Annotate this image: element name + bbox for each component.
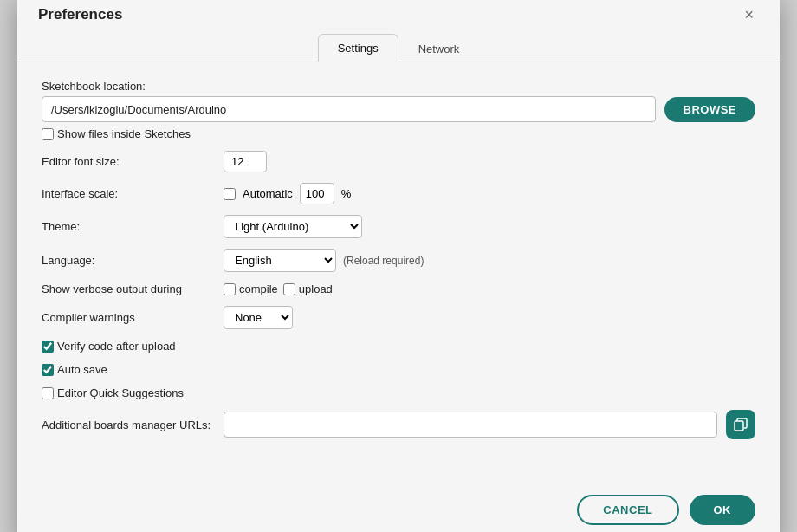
dialog-footer: CANCEL OK: [17, 479, 780, 532]
show-files-label[interactable]: Show files inside Sketches: [42, 127, 191, 140]
verbose-label: Show verbose output during: [42, 282, 224, 295]
show-files-row: Show files inside Sketches: [42, 127, 755, 140]
upload-checkbox[interactable]: [283, 283, 295, 295]
cancel-button[interactable]: CANCEL: [577, 495, 678, 525]
additional-urls-label: Additional boards manager URLs:: [42, 418, 224, 431]
editor-suggestions-checkbox[interactable]: [42, 387, 54, 399]
automatic-label: Automatic: [243, 187, 293, 200]
tabs-container: Settings Network: [17, 33, 780, 62]
verbose-controls: compile upload: [224, 282, 333, 295]
autosave-checkbox[interactable]: [42, 364, 54, 376]
browse-button[interactable]: BROWSE: [664, 97, 756, 122]
sketchbook-row: BROWSE: [42, 96, 755, 122]
settings-content: Sketchbook location: BROWSE Show files i…: [17, 62, 780, 453]
font-size-label: Editor font size:: [42, 155, 224, 168]
scale-unit: %: [341, 187, 352, 200]
additional-urls-row: Additional boards manager URLs:: [42, 410, 755, 439]
tab-network[interactable]: Network: [398, 34, 480, 62]
interface-scale-label: Interface scale:: [42, 187, 224, 200]
interface-scale-controls: Automatic %: [224, 183, 351, 204]
verify-label[interactable]: Verify code after upload: [42, 340, 176, 353]
verify-row: Verify code after upload: [42, 340, 755, 353]
theme-row: Theme: Light (Arduino) Dark (Arduino) Sy…: [42, 215, 755, 238]
theme-label: Theme:: [42, 220, 224, 233]
language-row: Language: English Deutsch Español França…: [42, 249, 755, 272]
dialog-header: Preferences ×: [17, 0, 780, 24]
autosave-row: Auto save: [42, 363, 755, 376]
upload-label[interactable]: upload: [283, 282, 333, 295]
autosave-label[interactable]: Auto save: [42, 363, 107, 376]
scale-value-input[interactable]: [300, 183, 334, 204]
dialog-title: Preferences: [38, 6, 122, 23]
close-button[interactable]: ×: [739, 5, 759, 24]
compile-label[interactable]: compile: [224, 282, 278, 295]
copy-icon: [734, 418, 748, 431]
editor-suggestions-row: Editor Quick Suggestions: [42, 386, 755, 399]
preferences-dialog: Preferences × Settings Network Sketchboo…: [17, 0, 780, 532]
interface-scale-row: Interface scale: Automatic %: [42, 183, 755, 204]
automatic-checkbox[interactable]: [224, 188, 236, 200]
show-files-checkbox[interactable]: [42, 128, 54, 140]
theme-select[interactable]: Light (Arduino) Dark (Arduino) System De…: [224, 215, 362, 238]
verify-checkbox[interactable]: [42, 341, 54, 353]
language-select[interactable]: English Deutsch Español Français Italian…: [224, 249, 336, 272]
url-icon-button[interactable]: [726, 410, 755, 439]
compiler-warnings-row: Compiler warnings None Default More All: [42, 306, 755, 329]
font-size-row: Editor font size:: [42, 151, 755, 172]
ok-button[interactable]: OK: [690, 495, 756, 525]
verbose-row: Show verbose output during compile uploa…: [42, 282, 755, 295]
compiler-warnings-label: Compiler warnings: [42, 311, 224, 324]
font-size-input[interactable]: [224, 151, 267, 172]
compile-checkbox[interactable]: [224, 283, 236, 295]
additional-urls-input[interactable]: [224, 412, 717, 438]
svg-rect-0: [735, 421, 743, 431]
reload-note: (Reload required): [343, 255, 424, 267]
sketchbook-location-label: Sketchbook location:: [42, 80, 755, 93]
sketchbook-path-input[interactable]: [42, 96, 656, 122]
editor-suggestions-label[interactable]: Editor Quick Suggestions: [42, 386, 184, 399]
tab-settings[interactable]: Settings: [318, 34, 398, 62]
warnings-select[interactable]: None Default More All: [224, 306, 293, 329]
language-label: Language:: [42, 254, 224, 267]
